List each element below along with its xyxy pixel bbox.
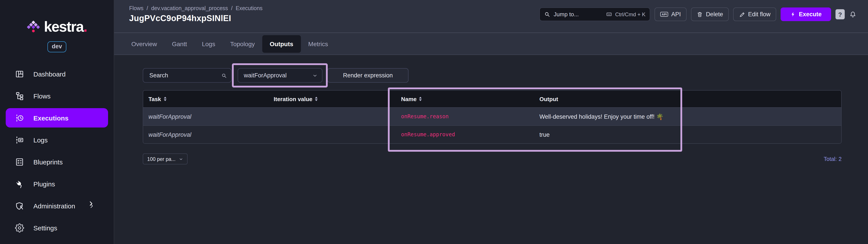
search-icon (545, 11, 550, 17)
breadcrumb-executions[interactable]: Executions (236, 5, 262, 12)
tab-overview[interactable]: Overview (124, 35, 164, 53)
tab-outputs[interactable]: Outputs (262, 35, 301, 53)
sidebar-item-flows[interactable]: Flows (0, 85, 114, 107)
kestra-logo-text: kestra. (44, 19, 87, 34)
dashboard-icon (15, 69, 24, 79)
sidebar-item-settings[interactable]: Settings (0, 217, 114, 239)
sidebar-item-blueprints[interactable]: Blueprints (0, 151, 114, 173)
per-page-select[interactable]: 100 per pa... (143, 153, 187, 164)
pencil-icon (739, 11, 745, 18)
sidebar-item-executions[interactable]: Executions (6, 108, 108, 127)
total-count: Total:2 (824, 156, 842, 162)
lightning-bolt-icon (790, 11, 796, 18)
topbar: Flows / dev.vacation_approval_process / … (114, 0, 868, 33)
search-icon (221, 73, 227, 78)
sidebar-item-logs[interactable]: Logs (0, 129, 114, 151)
executions-icon (15, 113, 24, 122)
jump-to-search[interactable]: Jump to... Ctrl/Cmd + K (540, 7, 650, 21)
sidebar-item-plugins[interactable]: Plugins (0, 173, 114, 195)
delete-button[interactable]: Delete (691, 7, 729, 21)
column-header-iteration-value[interactable]: Iteration value (269, 91, 396, 107)
plugins-icon (15, 179, 24, 188)
help-button[interactable]: ? (836, 9, 845, 19)
notifications-bell-icon[interactable] (849, 10, 857, 18)
sidebar-item-label: Dashboard (33, 70, 66, 78)
iteration-value-cell (269, 125, 396, 143)
breadcrumb-namespace-flow[interactable]: dev.vacation_approval_process (151, 5, 228, 12)
column-header-output: Output (534, 91, 841, 107)
sidebar-item-administration[interactable]: Administration (0, 195, 114, 217)
task-cell: waitForApproval (143, 125, 269, 143)
filter-row: waitForApproval Render expression (143, 68, 868, 83)
task-filter-select[interactable]: waitForApproval (238, 68, 322, 83)
sidebar-item-dashboard[interactable]: Dashboard (0, 63, 114, 85)
breadcrumb-flows[interactable]: Flows (129, 5, 144, 12)
trash-icon (697, 11, 703, 18)
tab-logs[interactable]: Logs (194, 35, 223, 53)
keyboard-shortcut: Ctrl/Cmd + K (606, 11, 646, 18)
sort-arrows-icon (315, 97, 318, 101)
chevron-down-icon (312, 73, 318, 78)
output-name-cell: onResume.reason (396, 107, 534, 125)
column-header-task[interactable]: Task (143, 91, 269, 107)
logs-icon (15, 135, 24, 145)
tab-gantt[interactable]: Gantt (164, 35, 195, 53)
sidebar-item-label: Settings (33, 224, 57, 232)
output-value-cell: Well-deserved holidays! Enjoy your time … (534, 107, 841, 125)
chevron-down-icon (179, 157, 183, 161)
environment-badge: dev (48, 41, 67, 52)
pagination-row: 100 per pa... Total:2 (143, 153, 842, 164)
flows-icon (15, 91, 24, 100)
sidebar-menu: Dashboard Flows Executions Logs Blueprin… (0, 63, 114, 239)
administration-icon (15, 201, 24, 210)
sidebar-item-label: Logs (33, 136, 48, 144)
execute-button[interactable]: Execute (781, 7, 831, 21)
sidebar-collapse-toggle[interactable] (88, 200, 95, 208)
sidebar-item-label: Executions (33, 114, 68, 122)
render-expression-button[interactable]: Render expression (327, 68, 408, 83)
sidebar-item-label: Administration (33, 202, 75, 210)
keyboard-icon (606, 11, 613, 17)
breadcrumb-separator: / (147, 5, 148, 12)
sort-arrows-icon (419, 97, 422, 101)
output-row-reason[interactable]: waitForApproval onResume.reason Well-des… (143, 107, 841, 125)
tab-bar: Overview Gantt Logs Topology Outputs Met… (114, 33, 868, 55)
kestra-logo[interactable]: kestra. (0, 19, 114, 34)
output-name-cell: onResume.approved (396, 125, 534, 143)
kestra-app: kestra. dev Dashboard Flows Executions L… (0, 0, 868, 244)
top-actions: Jump to... Ctrl/Cmd + K API API Delete (540, 7, 857, 21)
output-row-approved[interactable]: waitForApproval onResume.approved true (143, 125, 841, 143)
sidebar-item-label: Flows (33, 92, 51, 99)
chevron-right-icon (88, 200, 94, 207)
settings-gear-icon (15, 223, 24, 232)
outputs-table: Task Iteration value Name Output waitFor… (143, 90, 842, 144)
output-value-cell: true (534, 125, 841, 143)
tab-metrics[interactable]: Metrics (301, 35, 335, 53)
sidebar-item-label: Plugins (33, 180, 55, 187)
kestra-logo-icon (27, 20, 40, 33)
search-input[interactable] (149, 72, 221, 79)
task-filter-value: waitForApproval (244, 72, 287, 79)
column-header-name[interactable]: Name (396, 91, 534, 107)
search-box (143, 68, 231, 83)
api-icon: API (660, 12, 668, 17)
table-header-row: Task Iteration value Name Output (143, 91, 841, 107)
sort-arrows-icon (164, 97, 166, 101)
tab-topology[interactable]: Topology (223, 35, 262, 53)
sidebar-item-label: Blueprints (33, 158, 63, 165)
blueprints-icon (15, 157, 24, 166)
task-cell: waitForApproval (143, 107, 269, 125)
edit-flow-button[interactable]: Edit flow (733, 7, 776, 21)
sidebar: kestra. dev Dashboard Flows Executions L… (0, 0, 114, 244)
api-button[interactable]: API API (655, 7, 687, 21)
jump-to-placeholder: Jump to... (554, 11, 579, 18)
iteration-value-cell (269, 107, 396, 125)
outputs-panel: waitForApproval Render expression Task I… (114, 55, 868, 244)
breadcrumb-separator: / (231, 5, 232, 12)
